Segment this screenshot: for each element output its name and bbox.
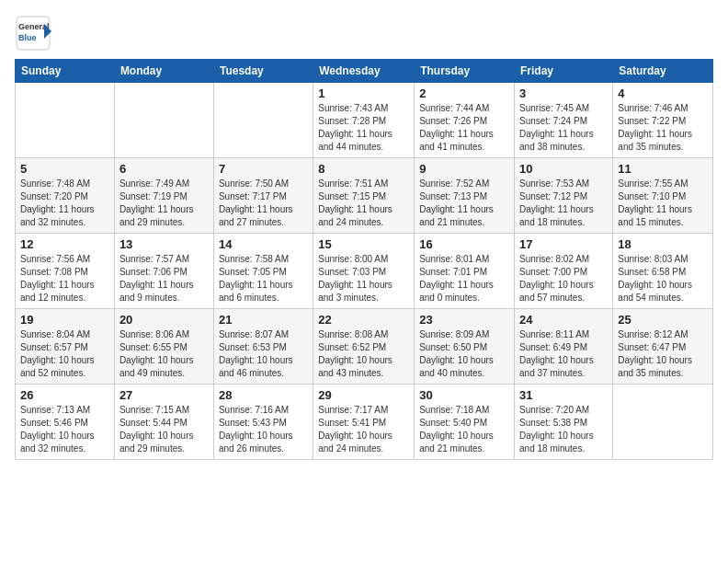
calendar-cell: 26Sunrise: 7:13 AMSunset: 5:46 PMDayligh…	[16, 385, 115, 460]
day-number: 27	[119, 388, 209, 402]
day-info: Sunrise: 7:57 AMSunset: 7:06 PMDaylight:…	[119, 253, 209, 304]
day-number: 23	[419, 313, 509, 327]
day-info: Sunrise: 7:15 AMSunset: 5:44 PMDaylight:…	[119, 404, 209, 455]
calendar-cell	[213, 83, 313, 158]
day-number: 26	[20, 388, 109, 402]
day-info: Sunrise: 7:18 AMSunset: 5:40 PMDaylight:…	[419, 404, 509, 455]
calendar-cell: 29Sunrise: 7:17 AMSunset: 5:41 PMDayligh…	[313, 385, 415, 460]
column-header-tuesday: Tuesday	[213, 60, 313, 83]
calendar-cell: 21Sunrise: 8:07 AMSunset: 6:53 PMDayligh…	[213, 309, 313, 385]
calendar-week-row: 5Sunrise: 7:48 AMSunset: 7:20 PMDaylight…	[16, 158, 713, 234]
day-number: 10	[519, 162, 608, 176]
calendar-cell: 11Sunrise: 7:55 AMSunset: 7:10 PMDayligh…	[613, 158, 713, 234]
day-info: Sunrise: 7:13 AMSunset: 5:46 PMDaylight:…	[20, 404, 109, 455]
day-info: Sunrise: 8:06 AMSunset: 6:55 PMDaylight:…	[119, 328, 209, 380]
calendar-cell: 16Sunrise: 8:01 AMSunset: 7:01 PMDayligh…	[415, 234, 515, 309]
day-number: 7	[219, 162, 308, 176]
day-number: 19	[20, 313, 109, 327]
day-info: Sunrise: 7:51 AMSunset: 7:15 PMDaylight:…	[318, 178, 409, 229]
calendar-header-row: SundayMondayTuesdayWednesdayThursdayFrid…	[16, 60, 713, 83]
day-number: 17	[519, 237, 608, 251]
day-info: Sunrise: 8:04 AMSunset: 6:57 PMDaylight:…	[20, 328, 109, 380]
day-number: 4	[618, 86, 708, 100]
calendar-cell: 7Sunrise: 7:50 AMSunset: 7:17 PMDaylight…	[213, 158, 313, 234]
day-info: Sunrise: 7:46 AMSunset: 7:22 PMDaylight:…	[618, 102, 708, 154]
calendar-table: SundayMondayTuesdayWednesdayThursdayFrid…	[15, 59, 713, 460]
calendar-cell: 25Sunrise: 8:12 AMSunset: 6:47 PMDayligh…	[613, 309, 713, 385]
day-info: Sunrise: 7:56 AMSunset: 7:08 PMDaylight:…	[20, 253, 109, 304]
calendar-cell: 17Sunrise: 8:02 AMSunset: 7:00 PMDayligh…	[515, 234, 613, 309]
day-number: 1	[318, 86, 409, 100]
day-number: 15	[318, 237, 409, 251]
column-header-monday: Monday	[114, 60, 213, 83]
day-info: Sunrise: 7:17 AMSunset: 5:41 PMDaylight:…	[318, 404, 409, 455]
calendar-cell: 28Sunrise: 7:16 AMSunset: 5:43 PMDayligh…	[213, 385, 313, 460]
day-info: Sunrise: 8:00 AMSunset: 7:03 PMDaylight:…	[318, 253, 409, 304]
calendar-week-row: 12Sunrise: 7:56 AMSunset: 7:08 PMDayligh…	[16, 234, 713, 309]
day-info: Sunrise: 8:08 AMSunset: 6:52 PMDaylight:…	[318, 328, 409, 380]
calendar-cell: 22Sunrise: 8:08 AMSunset: 6:52 PMDayligh…	[313, 309, 415, 385]
day-info: Sunrise: 8:01 AMSunset: 7:01 PMDaylight:…	[419, 253, 509, 304]
day-info: Sunrise: 8:03 AMSunset: 6:58 PMDaylight:…	[618, 253, 708, 304]
calendar-cell	[114, 83, 213, 158]
logo-container: General Blue	[15, 15, 51, 52]
day-number: 13	[119, 237, 209, 251]
day-number: 12	[20, 237, 109, 251]
day-number: 2	[419, 86, 509, 100]
calendar-cell: 5Sunrise: 7:48 AMSunset: 7:20 PMDaylight…	[16, 158, 115, 234]
calendar-cell: 19Sunrise: 8:04 AMSunset: 6:57 PMDayligh…	[16, 309, 115, 385]
column-header-sunday: Sunday	[16, 60, 115, 83]
calendar-cell: 3Sunrise: 7:45 AMSunset: 7:24 PMDaylight…	[515, 83, 613, 158]
day-number: 5	[20, 162, 109, 176]
day-number: 25	[618, 313, 708, 327]
day-info: Sunrise: 8:07 AMSunset: 6:53 PMDaylight:…	[219, 328, 308, 380]
day-info: Sunrise: 8:12 AMSunset: 6:47 PMDaylight:…	[618, 328, 708, 380]
column-header-wednesday: Wednesday	[313, 60, 415, 83]
day-number: 11	[618, 162, 708, 176]
day-info: Sunrise: 7:48 AMSunset: 7:20 PMDaylight:…	[20, 178, 109, 229]
calendar-cell: 24Sunrise: 8:11 AMSunset: 6:49 PMDayligh…	[515, 309, 613, 385]
calendar-cell: 1Sunrise: 7:43 AMSunset: 7:28 PMDaylight…	[313, 83, 415, 158]
day-number: 20	[119, 313, 209, 327]
calendar-week-row: 26Sunrise: 7:13 AMSunset: 5:46 PMDayligh…	[16, 385, 713, 460]
day-info: Sunrise: 7:53 AMSunset: 7:12 PMDaylight:…	[519, 178, 608, 229]
day-info: Sunrise: 7:55 AMSunset: 7:10 PMDaylight:…	[618, 178, 708, 229]
day-number: 18	[618, 237, 708, 251]
day-info: Sunrise: 7:50 AMSunset: 7:17 PMDaylight:…	[219, 178, 308, 229]
day-number: 21	[219, 313, 308, 327]
calendar-cell	[16, 83, 115, 158]
calendar-cell: 12Sunrise: 7:56 AMSunset: 7:08 PMDayligh…	[16, 234, 115, 309]
day-info: Sunrise: 8:11 AMSunset: 6:49 PMDaylight:…	[519, 328, 608, 380]
day-info: Sunrise: 7:52 AMSunset: 7:13 PMDaylight:…	[419, 178, 509, 229]
day-info: Sunrise: 7:44 AMSunset: 7:26 PMDaylight:…	[419, 102, 509, 154]
calendar-cell: 14Sunrise: 7:58 AMSunset: 7:05 PMDayligh…	[213, 234, 313, 309]
day-info: Sunrise: 7:49 AMSunset: 7:19 PMDaylight:…	[119, 178, 209, 229]
day-number: 16	[419, 237, 509, 251]
day-number: 6	[119, 162, 209, 176]
calendar-cell: 9Sunrise: 7:52 AMSunset: 7:13 PMDaylight…	[415, 158, 515, 234]
calendar-week-row: 19Sunrise: 8:04 AMSunset: 6:57 PMDayligh…	[16, 309, 713, 385]
calendar-cell: 23Sunrise: 8:09 AMSunset: 6:50 PMDayligh…	[415, 309, 515, 385]
day-number: 8	[318, 162, 409, 176]
calendar-cell: 10Sunrise: 7:53 AMSunset: 7:12 PMDayligh…	[515, 158, 613, 234]
svg-text:Blue: Blue	[18, 33, 37, 42]
calendar-cell: 20Sunrise: 8:06 AMSunset: 6:55 PMDayligh…	[114, 309, 213, 385]
day-info: Sunrise: 7:16 AMSunset: 5:43 PMDaylight:…	[219, 404, 308, 455]
day-number: 31	[519, 388, 608, 402]
calendar-cell: 8Sunrise: 7:51 AMSunset: 7:15 PMDaylight…	[313, 158, 415, 234]
day-info: Sunrise: 7:20 AMSunset: 5:38 PMDaylight:…	[519, 404, 608, 455]
calendar-cell: 4Sunrise: 7:46 AMSunset: 7:22 PMDaylight…	[613, 83, 713, 158]
calendar-cell: 31Sunrise: 7:20 AMSunset: 5:38 PMDayligh…	[515, 385, 613, 460]
day-number: 29	[318, 388, 409, 402]
calendar-cell: 27Sunrise: 7:15 AMSunset: 5:44 PMDayligh…	[114, 385, 213, 460]
day-number: 14	[219, 237, 308, 251]
calendar-week-row: 1Sunrise: 7:43 AMSunset: 7:28 PMDaylight…	[16, 83, 713, 158]
logo: General Blue	[15, 15, 51, 52]
calendar-cell: 6Sunrise: 7:49 AMSunset: 7:19 PMDaylight…	[114, 158, 213, 234]
day-info: Sunrise: 7:58 AMSunset: 7:05 PMDaylight:…	[219, 253, 308, 304]
day-number: 3	[519, 86, 608, 100]
column-header-thursday: Thursday	[415, 60, 515, 83]
day-number: 28	[219, 388, 308, 402]
day-number: 30	[419, 388, 509, 402]
calendar-cell: 13Sunrise: 7:57 AMSunset: 7:06 PMDayligh…	[114, 234, 213, 309]
